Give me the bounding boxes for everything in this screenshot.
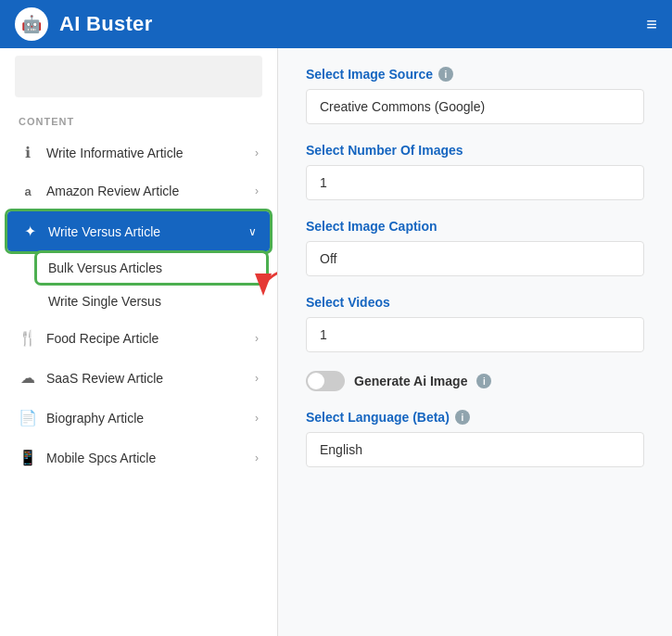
image-caption-select[interactable]: Off	[306, 241, 644, 276]
logo-icon: 🤖	[21, 14, 42, 34]
field-select-videos: Select Videos 1	[306, 295, 644, 352]
sidebar-subitem-bulk-versus[interactable]: Bulk Versus Articles	[37, 253, 266, 283]
select-videos-select[interactable]: 1	[306, 317, 644, 352]
chevron-right-icon: ›	[255, 184, 259, 197]
language-label: Select Language (Beta) i	[306, 410, 644, 425]
select-videos-label: Select Videos	[306, 295, 644, 310]
num-images-select[interactable]: 1	[306, 165, 644, 200]
info-circle-icon: ℹ	[19, 144, 37, 161]
sidebar-item-write-versus[interactable]: ✦ Write Versus Article ∨	[7, 211, 270, 251]
cloud-icon: ☁	[19, 369, 37, 387]
sidebar-item-label: Write Informative Article	[46, 146, 246, 160]
info-icon[interactable]: i	[438, 67, 453, 82]
sidebar-subitem-write-single-versus[interactable]: Write Single Versus	[0, 285, 277, 318]
fork-icon: 🍴	[19, 329, 37, 347]
sidebar-item-biography[interactable]: 📄 Biography Article ›	[0, 398, 277, 438]
field-language: Select Language (Beta) i English	[306, 410, 644, 467]
app-logo: 🤖	[15, 7, 48, 41]
chevron-right-icon: ›	[255, 332, 259, 345]
sidebar: CONTENT ℹ Write Informative Article › a …	[0, 48, 278, 636]
write-single-versus-label: Write Single Versus	[48, 294, 161, 309]
image-source-select[interactable]: Creative Commons (Google)	[306, 89, 644, 124]
field-image-caption: Select Image Caption Off	[306, 219, 644, 276]
image-caption-label: Select Image Caption	[306, 219, 644, 234]
sidebar-item-amazon-review[interactable]: a Amazon Review Article ›	[0, 172, 277, 210]
document-icon: 📄	[19, 409, 37, 426]
app-title: AI Buster	[59, 12, 153, 36]
amazon-icon: a	[19, 184, 37, 198]
chevron-right-icon: ›	[255, 412, 259, 425]
generate-ai-image-label: Generate Ai Image	[354, 374, 467, 388]
language-select[interactable]: English	[306, 432, 644, 467]
info-icon[interactable]: i	[476, 374, 491, 388]
menu-icon[interactable]: ≡	[646, 14, 657, 35]
mobile-icon: 📱	[19, 449, 37, 466]
versus-icon: ✦	[20, 223, 39, 240]
num-images-label: Select Number Of Images	[306, 143, 644, 158]
main-layout: CONTENT ℹ Write Informative Article › a …	[0, 48, 672, 636]
info-icon[interactable]: i	[455, 410, 470, 425]
image-source-label: Select Image Source i	[306, 67, 644, 82]
sidebar-item-label: Amazon Review Article	[46, 184, 246, 198]
field-num-images: Select Number Of Images 1	[306, 143, 644, 200]
right-panel: Select Image Source i Creative Commons (…	[278, 48, 672, 636]
sidebar-item-mobile-specs[interactable]: 📱 Mobile Spcs Article ›	[0, 438, 277, 477]
chevron-right-icon: ›	[255, 146, 259, 159]
sidebar-item-label: Mobile Spcs Article	[46, 451, 246, 465]
generate-ai-image-toggle[interactable]	[306, 371, 345, 391]
sidebar-top-blur	[15, 56, 262, 97]
chevron-right-icon: ›	[255, 452, 259, 464]
sidebar-item-label: Food Recipe Article	[46, 331, 246, 346]
app-header: 🤖 AI Buster ≡	[0, 0, 672, 48]
sidebar-item-label: Write Versus Article	[48, 224, 239, 239]
sidebar-item-food-recipe[interactable]: 🍴 Food Recipe Article ›	[0, 318, 277, 358]
field-image-source: Select Image Source i Creative Commons (…	[306, 67, 644, 124]
sidebar-item-label: Biography Article	[46, 411, 246, 426]
bulk-versus-label: Bulk Versus Articles	[48, 261, 162, 275]
sidebar-item-write-informative[interactable]: ℹ Write Informative Article ›	[0, 133, 277, 172]
generate-ai-image-row: Generate Ai Image i	[306, 371, 644, 391]
sidebar-item-label: SaaS Review Article	[46, 371, 246, 386]
sidebar-item-saas-review[interactable]: ☁ SaaS Review Article ›	[0, 358, 277, 398]
sidebar-section-content: CONTENT	[0, 105, 277, 133]
chevron-down-icon: ∨	[248, 225, 257, 238]
chevron-right-icon: ›	[255, 372, 259, 385]
